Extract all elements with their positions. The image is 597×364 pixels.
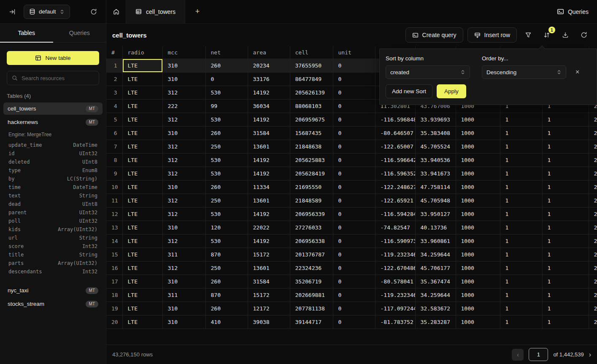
cell[interactable]: -122.65007: [375, 140, 415, 153]
column-header-radio[interactable]: radio: [122, 46, 162, 59]
row-number[interactable]: 10: [106, 180, 122, 194]
cell[interactable]: 1: [500, 207, 542, 221]
cell[interactable]: 11334: [248, 180, 290, 194]
cell[interactable]: 310: [162, 72, 205, 86]
row-number[interactable]: 15: [106, 248, 122, 261]
sidebar-tab-queries[interactable]: Queries: [53, 24, 106, 42]
cell[interactable]: LTE: [122, 126, 162, 140]
download-button[interactable]: [558, 28, 573, 42]
cell[interactable]: 1: [542, 221, 589, 234]
row-number[interactable]: 12: [106, 207, 122, 221]
cell[interactable]: 33.939693: [415, 113, 456, 126]
cell[interactable]: 1000: [456, 140, 500, 153]
cell[interactable]: 1000: [456, 248, 500, 261]
cell[interactable]: LTE: [122, 59, 162, 72]
cell[interactable]: 1: [542, 207, 589, 221]
cell[interactable]: 0: [333, 59, 375, 72]
database-selector[interactable]: default: [24, 5, 70, 19]
column-header-area[interactable]: area: [248, 46, 290, 59]
cell[interactable]: 1: [500, 140, 542, 153]
cell[interactable]: 530: [205, 167, 248, 180]
row-number[interactable]: 13: [106, 221, 122, 234]
cell[interactable]: 86477849: [290, 72, 333, 86]
cell[interactable]: 1000: [456, 288, 500, 302]
cell[interactable]: 0: [333, 221, 375, 234]
cell[interactable]: -116.596848: [375, 113, 415, 126]
cell[interactable]: 0: [333, 153, 375, 167]
cell[interactable]: LTE: [122, 234, 162, 248]
cell[interactable]: 14192: [248, 234, 290, 248]
row-number[interactable]: 5: [106, 113, 122, 126]
cell[interactable]: 37655950: [290, 59, 333, 72]
apply-sort-button[interactable]: Apply: [437, 84, 466, 98]
cell[interactable]: 207781138: [290, 302, 333, 315]
cell[interactable]: 14192: [248, 167, 290, 180]
cell[interactable]: 1000: [456, 302, 500, 315]
cell[interactable]: 33.950127: [415, 207, 456, 221]
cell[interactable]: 0: [333, 113, 375, 126]
cell[interactable]: 21848589: [290, 194, 333, 207]
cell[interactable]: 21848638: [290, 140, 333, 153]
cell[interactable]: 1: [500, 194, 542, 207]
cell[interactable]: 2: [589, 207, 597, 221]
cell[interactable]: LTE: [122, 194, 162, 207]
filter-button[interactable]: [521, 28, 535, 42]
cell[interactable]: 1: [500, 302, 542, 315]
cell[interactable]: -116.596642: [375, 153, 415, 167]
new-tab-button[interactable]: +: [191, 5, 204, 18]
cell[interactable]: 35.367474: [415, 275, 456, 288]
sidebar-table-stocks-stream[interactable]: stocks_stream MT: [3, 298, 103, 310]
cell[interactable]: -116.596352: [375, 167, 415, 180]
cell[interactable]: 206959675: [290, 113, 333, 126]
cell[interactable]: 1: [542, 180, 589, 194]
cell[interactable]: 2: [589, 140, 597, 153]
cell[interactable]: 1: [542, 288, 589, 302]
cell[interactable]: 21695550: [290, 180, 333, 194]
cell[interactable]: 0: [333, 302, 375, 315]
row-number[interactable]: 6: [106, 126, 122, 140]
cell[interactable]: 1: [542, 194, 589, 207]
cell[interactable]: 312: [162, 167, 205, 180]
cell[interactable]: 312: [162, 234, 205, 248]
cell[interactable]: 0: [333, 194, 375, 207]
cell[interactable]: LTE: [122, 221, 162, 234]
cell[interactable]: 15172: [248, 288, 290, 302]
sidebar-toggle-button[interactable]: [6, 5, 19, 18]
cell[interactable]: 530: [205, 234, 248, 248]
cell[interactable]: LTE: [122, 180, 162, 194]
cell[interactable]: 311: [162, 248, 205, 261]
cell[interactable]: 0: [333, 140, 375, 153]
row-number[interactable]: 2: [106, 72, 122, 86]
cell[interactable]: LTE: [122, 248, 162, 261]
row-number[interactable]: 18: [106, 288, 122, 302]
cell[interactable]: 312: [162, 261, 205, 275]
cell[interactable]: 870: [205, 248, 248, 261]
queries-button[interactable]: Queries: [557, 8, 589, 15]
cell[interactable]: 35.383408: [415, 126, 456, 140]
cell[interactable]: 0: [333, 275, 375, 288]
next-page-button[interactable]: ›: [589, 351, 591, 359]
cell[interactable]: 250: [205, 194, 248, 207]
cell[interactable]: 12172: [248, 302, 290, 315]
cell[interactable]: LTE: [122, 153, 162, 167]
cell[interactable]: -116.590973: [375, 234, 415, 248]
cell[interactable]: 2: [589, 302, 597, 315]
cell[interactable]: 1: [542, 315, 589, 329]
cell[interactable]: 2: [589, 288, 597, 302]
column-header-net[interactable]: net: [205, 46, 248, 59]
cell[interactable]: 0: [333, 288, 375, 302]
cell[interactable]: LTE: [122, 315, 162, 329]
cell[interactable]: 14192: [248, 207, 290, 221]
cell[interactable]: 2: [589, 153, 597, 167]
page-input[interactable]: [529, 348, 548, 361]
cell[interactable]: 13601: [248, 261, 290, 275]
row-number[interactable]: 1: [106, 59, 122, 72]
cell[interactable]: 310: [162, 302, 205, 315]
cell[interactable]: 20234: [248, 59, 290, 72]
cell[interactable]: 1000: [456, 167, 500, 180]
cell[interactable]: 1: [542, 302, 589, 315]
row-number[interactable]: 4: [106, 99, 122, 113]
cell[interactable]: -80.646507: [375, 126, 415, 140]
row-number[interactable]: 3: [106, 86, 122, 99]
cell[interactable]: LTE: [122, 140, 162, 153]
